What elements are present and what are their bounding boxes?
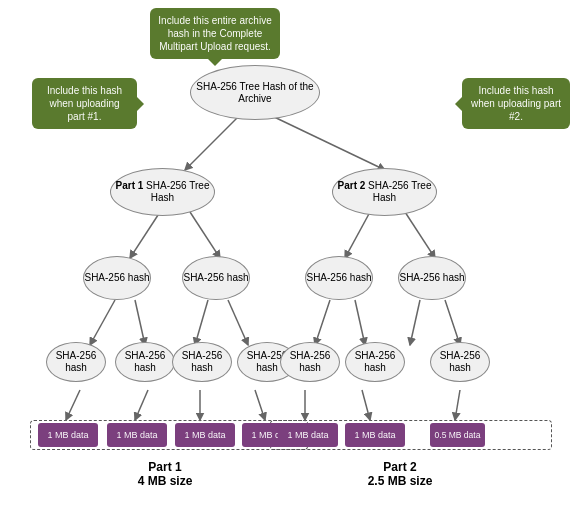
part2-label: Part 22.5 MB size [335, 460, 465, 488]
right-callout: Include this hash when uploading part #2… [462, 78, 570, 129]
svg-line-7 [135, 300, 145, 345]
svg-line-12 [410, 300, 420, 345]
part2-hash-node: Part 2 SHA-256 Tree Hash [332, 168, 437, 216]
svg-line-17 [255, 390, 265, 420]
p1-sha-right: SHA-256 hash [182, 256, 250, 300]
p2-data-2: 1 MB data [345, 423, 405, 447]
svg-line-6 [90, 300, 115, 345]
svg-line-3 [190, 212, 220, 258]
top-callout: Include this entire archive hash in the … [150, 8, 280, 59]
p2-b-sha-3: SHA-256 hash [430, 342, 490, 382]
p1-b-sha-1: SHA-256 hash [46, 342, 106, 382]
p1-sha-left: SHA-256 hash [83, 256, 151, 300]
svg-line-20 [455, 390, 460, 420]
svg-line-15 [135, 390, 148, 420]
p1-data-3: 1 MB data [175, 423, 235, 447]
p2-sha-left: SHA-256 hash [305, 256, 373, 300]
archive-hash-node: SHA-256 Tree Hash of the Archive [190, 65, 320, 120]
p1-b-sha-2: SHA-256 hash [115, 342, 175, 382]
p2-b-sha-2: SHA-256 hash [345, 342, 405, 382]
svg-line-0 [185, 115, 240, 170]
part1-label: Part 14 MB size [100, 460, 230, 488]
svg-line-2 [130, 212, 160, 258]
svg-line-10 [315, 300, 330, 345]
svg-line-4 [345, 212, 370, 258]
left-callout: Include this hash when uploading part #1… [32, 78, 137, 129]
svg-line-14 [66, 390, 80, 420]
part1-hash-node: Part 1 SHA-256 Tree Hash [110, 168, 215, 216]
p2-sha-right: SHA-256 hash [398, 256, 466, 300]
p1-data-1: 1 MB data [38, 423, 98, 447]
p2-b-sha-1: SHA-256 hash [280, 342, 340, 382]
svg-line-1 [270, 115, 385, 170]
svg-line-9 [228, 300, 248, 345]
svg-line-5 [405, 212, 435, 258]
svg-line-13 [445, 300, 460, 345]
svg-line-11 [355, 300, 365, 345]
diagram: Include this entire archive hash in the … [0, 0, 583, 513]
p2-data-3: 0.5 MB data [430, 423, 485, 447]
p1-data-2: 1 MB data [107, 423, 167, 447]
p1-b-sha-3: SHA-256 hash [172, 342, 232, 382]
svg-line-19 [362, 390, 370, 420]
svg-line-8 [195, 300, 208, 345]
p2-data-1: 1 MB data [278, 423, 338, 447]
